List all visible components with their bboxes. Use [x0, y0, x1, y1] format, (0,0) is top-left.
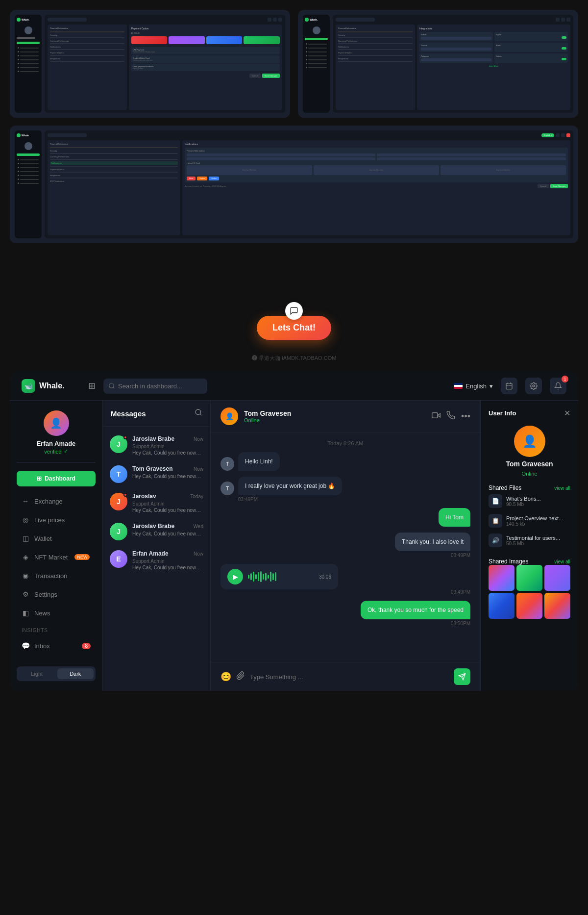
sender-name: Jaroslav: [132, 493, 156, 500]
file-info: What's Bons... 90.5 Mb: [506, 496, 570, 507]
new-badge: NEW: [74, 554, 90, 560]
message-preview: Hey Cak, Could you free now? Can you loo…: [132, 565, 203, 570]
notifications-icon-button[interactable]: 1: [550, 378, 566, 394]
chat-user-avatar: 👤: [220, 407, 238, 425]
message-time: Today: [190, 494, 203, 499]
file-size: 50.5 Mb: [506, 541, 570, 546]
calendar-icon-button[interactable]: [501, 378, 517, 394]
sidebar-item-transaction[interactable]: ◉ Transaction: [17, 568, 96, 584]
message-bubble: I really love your work great job 🔥: [238, 477, 342, 495]
sender-role: Support Admin: [132, 444, 203, 449]
sidebar-item-label: Transaction: [34, 572, 67, 580]
close-icon[interactable]: ✕: [564, 408, 570, 418]
file-name: Testimonial for users...: [506, 535, 570, 541]
sender-role: Support Admin: [132, 559, 203, 564]
preview-section: Whale.: [0, 0, 588, 253]
message-preview: Hey Cak, Could you free now? Can you loo…: [132, 531, 203, 536]
sidebar-item-wallet[interactable]: ◫ Wallet: [17, 531, 96, 546]
settings-icon: ⚙: [22, 590, 29, 598]
sidebar-item-label: Inbox: [34, 642, 50, 650]
sidebar-item-label: Live prices: [34, 516, 65, 524]
chat-text-input[interactable]: [250, 673, 449, 681]
grid-menu-icon[interactable]: ⊞: [88, 381, 96, 391]
shared-images-title-text: Shared Images: [489, 558, 528, 565]
top-navigation: 🐋 Whale. ⊞ English ▾: [10, 372, 578, 401]
language-selector[interactable]: English ▾: [454, 382, 493, 390]
video-call-icon[interactable]: [432, 411, 441, 422]
chat-user-info: Tom Gravesen Online: [244, 409, 426, 423]
settings-icon-button[interactable]: [525, 378, 542, 394]
received-message: T Hello Linh!: [220, 452, 470, 471]
sidebar-item-live-prices[interactable]: ◎ Live prices: [17, 512, 96, 528]
attach-button[interactable]: [236, 671, 245, 683]
list-item: 📋 Project Overview next... 140.5 kb: [489, 511, 570, 531]
message-content: Erfan Amade Now Support Admin Hey Cak, C…: [132, 550, 203, 570]
sender-name: Tom Gravesen: [132, 465, 172, 472]
live-prices-icon: ◎: [22, 516, 29, 524]
messages-search-icon[interactable]: [195, 408, 202, 418]
file-name: Project Overview next...: [506, 515, 570, 521]
theme-toggle: Light Dark: [17, 666, 96, 681]
transaction-icon: ◉: [22, 572, 29, 580]
list-item[interactable]: T Tom Gravesen Now Hey Cak, Could you fr…: [103, 460, 210, 488]
chat-cta-section: Lets Chat!: [0, 282, 588, 350]
inbox-icon: 💬: [22, 642, 29, 650]
emoji-button[interactable]: 😊: [220, 671, 231, 682]
list-item[interactable]: J Jaroslav Today Support Admin Hey Cak, …: [103, 488, 210, 518]
audio-file-icon: 🔊: [489, 534, 502, 547]
chat-user-name: Tom Gravesen: [244, 409, 426, 417]
dashboard-label: Dashboard: [45, 475, 75, 482]
file-size: 90.5 Mb: [506, 502, 570, 507]
message-preview: Hey Cak, Could you free now? Can you loo…: [132, 508, 203, 513]
user-info-status: Online: [522, 471, 538, 477]
message-avatar: T: [220, 482, 234, 495]
user-info-header: User Info ✕: [489, 408, 570, 418]
message-preview: Hey Cak, Could you free now? Can you loo…: [132, 474, 203, 479]
message-timestamp: 03:50PM: [451, 621, 470, 626]
view-all-images-link[interactable]: view all: [554, 559, 570, 564]
theme-dark-button[interactable]: Dark: [57, 668, 94, 679]
list-item[interactable]: E Erfan Amade Now Support Admin Hey Cak,…: [103, 545, 210, 575]
message-bubble: Hi Tom: [439, 508, 470, 527]
svg-rect-1: [506, 383, 512, 389]
list-item[interactable]: J Jaroslav Brabe Wed Hey Cak, Could you …: [103, 518, 210, 545]
message-content: Jaroslav Brabe Wed Hey Cak, Could you fr…: [132, 523, 203, 540]
sidebar-item-settings[interactable]: ⚙ Settings: [17, 586, 96, 602]
phone-call-icon[interactable]: [446, 411, 455, 422]
theme-light-button[interactable]: Light: [19, 668, 55, 679]
sidebar-item-exchange[interactable]: ↔ Exchange: [17, 493, 96, 509]
watermark-text: 🅩 早道大咖 IAMDK.TAOBAO.COM: [0, 355, 588, 362]
message-timestamp: 03:49PM: [220, 497, 470, 502]
logo-text: Whale.: [39, 381, 65, 390]
chat-bubble-icon: [285, 302, 303, 320]
list-item: 🔊 Testimonial for users... 50.5 Mb: [489, 531, 570, 550]
shared-image: [516, 593, 542, 619]
sidebar-item-news[interactable]: ◧ News: [17, 605, 96, 621]
view-all-files-link[interactable]: view all: [554, 485, 570, 491]
chat-panel: 👤 Tom Gravesen Online: [211, 401, 480, 691]
user-info-panel: User Info ✕ 👤 Tom Gravesen Online Shared…: [480, 401, 578, 691]
search-input[interactable]: [103, 379, 207, 394]
svg-point-5: [533, 385, 535, 387]
list-item[interactable]: J Jaroslav Brabe Now Support Admin Hey C…: [103, 431, 210, 460]
unread-indicator: [123, 435, 127, 439]
wallet-icon: ◫: [22, 534, 29, 542]
shared-image: [489, 565, 514, 591]
more-options-icon[interactable]: •••: [461, 411, 470, 422]
dashboard-button[interactable]: ⊞ Dashboard: [17, 471, 96, 486]
shared-files-header: Shared Files view all: [489, 484, 570, 491]
sidebar-item-inbox[interactable]: 💬 Inbox 8: [17, 638, 96, 654]
message-time: Now: [194, 466, 203, 472]
sent-message-group: Hi Tom: [220, 508, 470, 527]
messages-panel: Messages J: [103, 401, 211, 691]
file-info: Project Overview next... 140.5 kb: [506, 515, 570, 527]
sender-name: Erfan Amade: [132, 550, 169, 557]
sidebar-item-nft-market[interactable]: ◈ NFT Market NEW: [17, 549, 96, 565]
audio-play-button[interactable]: ▶: [227, 569, 243, 585]
message-avatar: T: [220, 457, 234, 471]
chat-input-area: 😊: [211, 662, 480, 691]
message-time: Now: [194, 551, 203, 557]
dashboard-icon: ⊞: [37, 475, 42, 482]
send-button[interactable]: [454, 668, 470, 685]
message-preview: Hey Cak, Could you free now? Can you loo…: [132, 450, 203, 456]
